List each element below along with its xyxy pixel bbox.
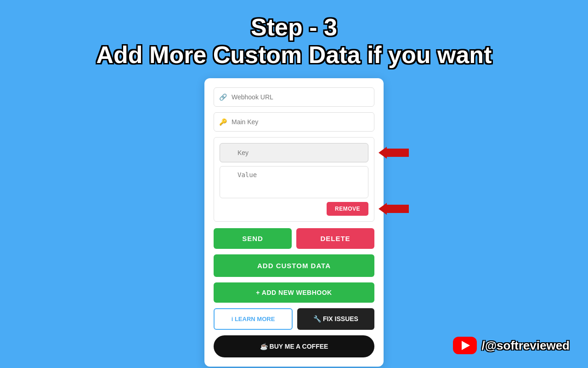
card-container: 🔗 🔑 bbox=[0, 78, 588, 367]
remove-btn-row: REMOVE bbox=[220, 202, 368, 216]
value-input[interactable] bbox=[220, 166, 368, 198]
key-input[interactable] bbox=[220, 143, 368, 162]
arrow-remove bbox=[379, 203, 409, 215]
key-row bbox=[220, 143, 368, 162]
value-wrapper bbox=[220, 166, 368, 198]
webhook-url-group: 🔗 bbox=[214, 87, 374, 107]
main-key-group: 🔑 bbox=[214, 112, 374, 132]
fix-issues-button[interactable]: 🔧 FIX ISSUES bbox=[297, 308, 374, 330]
delete-button[interactable]: DELETE bbox=[296, 228, 374, 249]
key-input-wrapper bbox=[220, 143, 368, 162]
key-icon: 🔑 bbox=[219, 118, 227, 126]
send-button[interactable]: SEND bbox=[214, 228, 292, 249]
custom-data-block: REMOVE bbox=[214, 137, 374, 222]
main-key-input[interactable] bbox=[214, 112, 374, 132]
arrow-key bbox=[379, 147, 409, 159]
add-custom-data-button[interactable]: ADD CUSTOM DATA bbox=[214, 254, 374, 277]
main-card: 🔗 🔑 bbox=[204, 78, 384, 367]
send-delete-row: SEND DELETE bbox=[214, 228, 374, 249]
page-header: Step - 3 Add More Custom Data if you wan… bbox=[0, 0, 588, 69]
add-webhook-button[interactable]: + ADD NEW WEBHOOK bbox=[214, 282, 374, 303]
buy-coffee-button[interactable]: ☕ BUY ME A COFFEE bbox=[214, 335, 374, 357]
webhook-url-input[interactable] bbox=[214, 87, 374, 107]
youtube-play-icon bbox=[462, 341, 470, 350]
learn-fix-row: i LEARN MORE 🔧 FIX ISSUES bbox=[214, 308, 374, 330]
youtube-icon bbox=[453, 337, 477, 354]
youtube-handle: /@softreviewed bbox=[481, 339, 570, 353]
header-line1: Step - 3 bbox=[0, 14, 588, 41]
header-line2: Add More Custom Data if you want bbox=[0, 41, 588, 69]
remove-button[interactable]: REMOVE bbox=[327, 202, 368, 216]
youtube-badge: /@softreviewed bbox=[453, 337, 570, 354]
learn-more-button[interactable]: i LEARN MORE bbox=[214, 308, 293, 330]
link-icon: 🔗 bbox=[219, 93, 227, 101]
